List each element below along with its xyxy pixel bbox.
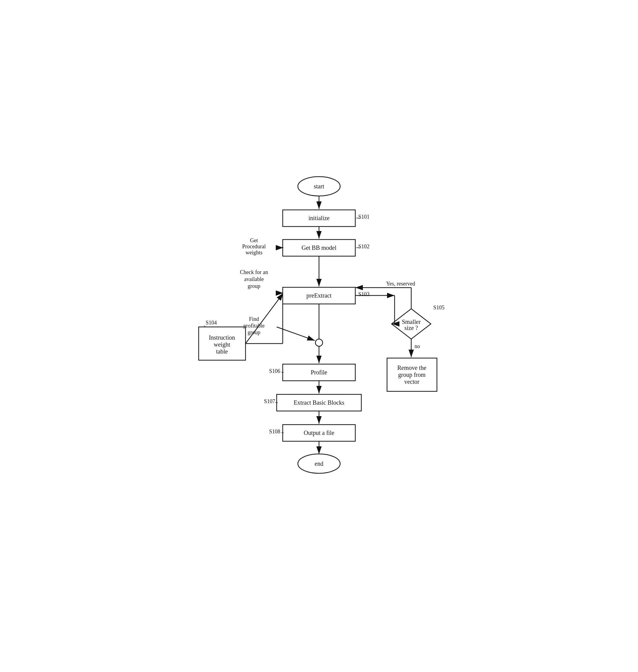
- find-label2: profitable: [244, 323, 265, 329]
- s104-label: S104: [206, 320, 217, 326]
- find-label1: Find: [249, 316, 259, 322]
- get-procedural-label3: weights: [246, 250, 263, 255]
- remove-label3: vector: [404, 379, 419, 385]
- find-label3: group: [248, 329, 261, 335]
- no-label: no: [415, 343, 420, 349]
- flowchart-diagram: start initialize S101 Get BB model S102 …: [189, 170, 449, 502]
- iw-label1: Instruction: [209, 334, 235, 341]
- get-procedural-label: Get: [250, 237, 258, 243]
- remove-label2: group from: [398, 371, 426, 379]
- check-label2: available: [244, 276, 264, 282]
- s101-label: S101: [358, 214, 369, 220]
- output-label: Output a file: [304, 430, 334, 436]
- s102-label: S102: [358, 243, 369, 250]
- check-label1: Check for an: [240, 269, 268, 275]
- smaller-label1: Smaller: [402, 318, 421, 325]
- iw-label3: table: [216, 348, 228, 355]
- check-label3: group: [248, 283, 261, 289]
- iw-label2: weight: [214, 341, 230, 348]
- preextract-label: preExtract: [306, 292, 332, 299]
- start-label: start: [314, 183, 324, 190]
- s103-label: S103: [358, 291, 369, 297]
- get-procedural-label2: Procedural: [242, 243, 266, 250]
- remove-label1: Remove the: [397, 365, 426, 371]
- profile-label: Profile: [311, 369, 328, 375]
- merge-circle: [315, 339, 323, 346]
- get-bb-label: Get BB model: [301, 245, 337, 251]
- yes-reserved-label: Yes, reserved: [386, 281, 415, 287]
- s108-label: S108: [269, 429, 280, 435]
- initialize-label: initialize: [308, 215, 330, 221]
- extract-bb-label: Extract Basic Blocks: [293, 399, 345, 406]
- smaller-label2: size ?: [405, 324, 418, 331]
- s105-label: S105: [433, 305, 444, 310]
- s106-label: S106: [269, 368, 280, 374]
- s107-label: S107: [264, 398, 275, 404]
- end-label: end: [315, 460, 323, 467]
